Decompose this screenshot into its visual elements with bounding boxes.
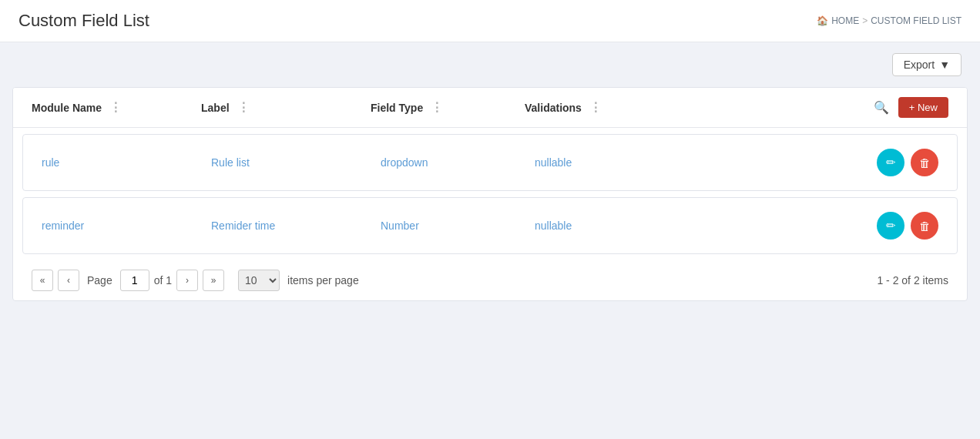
cell-label-rule: Rule list [211, 156, 381, 169]
table-row: reminder Remider time Number nullable ✏ … [22, 197, 958, 254]
column-header-field-type: Field Type [371, 102, 525, 114]
page-title: Custom Field List [18, 11, 149, 31]
export-button[interactable]: Export ▼ [892, 53, 962, 76]
new-button[interactable]: + New [898, 97, 948, 118]
column-header-validations: Validations [525, 102, 694, 114]
table-row: rule Rule list dropdown nullable ✏ 🗑 [22, 134, 958, 191]
table-actions-header: 🔍 + New [694, 97, 948, 118]
toolbar: Export ▼ [0, 42, 980, 87]
column-label-drag[interactable] [234, 102, 253, 114]
page-header: Custom Field List 🏠 HOME > CUSTOM FIELD … [0, 0, 980, 42]
column-header-label: Label [201, 102, 371, 114]
home-icon: 🏠 [817, 15, 828, 26]
breadcrumb-home[interactable]: HOME [831, 15, 859, 26]
prev-page-button[interactable]: ‹ [58, 270, 79, 291]
column-validations-drag[interactable] [586, 102, 605, 114]
column-validations-label: Validations [525, 102, 582, 114]
table-header: Module Name Label Field Type Validations… [13, 88, 967, 128]
search-button[interactable]: 🔍 [871, 97, 892, 118]
cell-module-reminder: reminder [42, 220, 211, 232]
pagination-summary: 1 - 2 of 2 items [877, 274, 948, 287]
next-page-button[interactable]: › [176, 270, 198, 291]
items-per-page-label: items per page [287, 274, 359, 287]
cell-actions-rule: ✏ 🗑 [704, 149, 938, 176]
cell-validations-rule: nullable [535, 156, 704, 169]
edit-button-rule[interactable]: ✏ [877, 149, 904, 176]
last-page-button[interactable]: » [203, 270, 224, 291]
export-dropdown-icon: ▼ [939, 59, 950, 71]
cell-module-rule: rule [42, 156, 211, 169]
edit-button-reminder[interactable]: ✏ [877, 212, 904, 240]
page-label: Page [87, 274, 112, 287]
breadcrumb-separator: > [862, 15, 868, 26]
cell-field-type-reminder: Number [381, 220, 535, 232]
column-module-drag[interactable] [106, 102, 125, 114]
export-label: Export [904, 59, 935, 71]
pagination: « ‹ Page of 1 › » 10 25 50 100 items per… [13, 260, 967, 300]
delete-button-rule[interactable]: 🗑 [911, 149, 938, 176]
first-page-button[interactable]: « [32, 270, 53, 291]
cell-actions-reminder: ✏ 🗑 [704, 212, 938, 240]
of-label: of 1 [154, 274, 172, 287]
cell-field-type-rule: dropdown [381, 156, 535, 169]
main-card: Module Name Label Field Type Validations… [12, 87, 968, 301]
column-label-label: Label [201, 102, 230, 114]
page-number-input[interactable] [120, 270, 149, 291]
column-header-module: Module Name [32, 102, 201, 114]
items-per-page-select[interactable]: 10 25 50 100 [238, 270, 280, 291]
cell-label-reminder: Remider time [211, 220, 381, 232]
delete-button-reminder[interactable]: 🗑 [911, 212, 938, 240]
column-field-type-drag[interactable] [428, 102, 446, 114]
breadcrumb-current: CUSTOM FIELD LIST [871, 15, 962, 26]
column-field-type-label: Field Type [371, 102, 423, 114]
cell-validations-reminder: nullable [535, 220, 704, 232]
breadcrumb: 🏠 HOME > CUSTOM FIELD LIST [817, 15, 962, 26]
column-module-label: Module Name [32, 102, 102, 114]
